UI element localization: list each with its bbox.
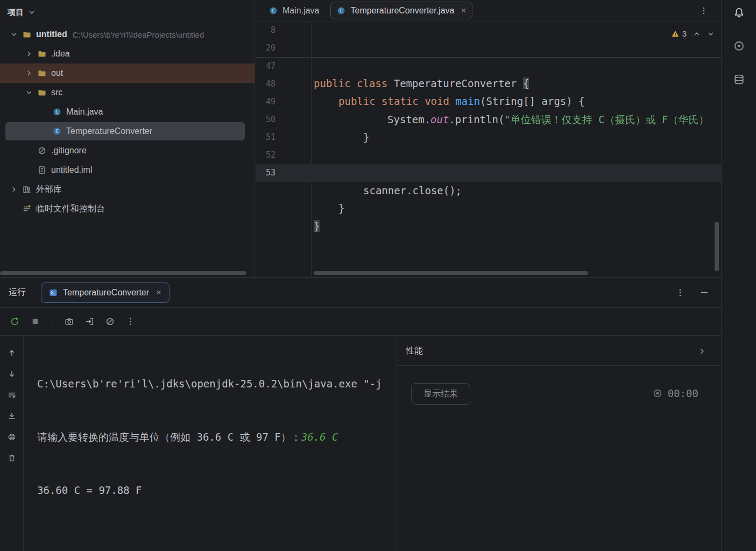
rerun-button[interactable] <box>6 314 23 330</box>
database-button[interactable] <box>731 71 747 87</box>
more-icon <box>126 317 135 326</box>
notifications-button[interactable] <box>731 4 747 20</box>
tab-label: Main.java <box>282 6 319 16</box>
tree-item-label: 临时文件和控制台 <box>36 203 105 215</box>
java-class-icon <box>53 127 61 136</box>
print-button[interactable] <box>4 429 19 444</box>
java-class-icon <box>53 108 61 116</box>
performance-header: 性能 <box>397 337 720 366</box>
project-horizontal-scrollbar[interactable] <box>0 271 246 275</box>
rerun-icon <box>10 317 19 326</box>
hide-panel-icon[interactable] <box>700 288 709 298</box>
run-panel-body: C:\Users\b're'ri'l\.jdks\openjdk-25.0.2\… <box>0 337 721 551</box>
warning-count: 3 <box>682 29 687 38</box>
tree-item-untitled-iml[interactable]: untitled.iml <box>0 160 255 180</box>
tree-item-label: .idea <box>51 49 70 59</box>
code-line-51: 51 scanner.close(); <box>256 129 721 146</box>
tree-item-external-libraries[interactable]: 外部库 <box>0 180 255 199</box>
performance-body: 显示结果 00:00 <box>397 366 720 405</box>
library-icon <box>23 185 31 194</box>
scroll-to-end-button[interactable] <box>4 408 19 423</box>
tree-item-idea-folder[interactable]: .idea <box>0 44 255 63</box>
clear-icon <box>105 317 115 326</box>
tree-item-label: Main.java <box>66 107 103 117</box>
folder-icon <box>38 50 46 58</box>
chevron-right-icon[interactable] <box>10 186 18 193</box>
close-run-tab-icon[interactable]: × <box>156 287 161 298</box>
console-result-line: 36.60 C = 97.88 F <box>37 482 396 499</box>
run-more-icon[interactable] <box>676 288 684 297</box>
chevron-down-icon[interactable] <box>10 31 18 38</box>
ide-window: 项目 untitled C:\Users\b're'ri'l\IdeaProje… <box>0 0 756 551</box>
toolbar-more-button[interactable] <box>122 314 138 330</box>
tab-temperature-converter-java[interactable]: TemperatureConverter.java × <box>330 2 472 19</box>
tree-item-main-java[interactable]: Main.java <box>0 102 255 122</box>
chevron-down-icon[interactable] <box>25 89 33 96</box>
editor-more-icon[interactable] <box>700 6 708 15</box>
next-problem-chevron-down-icon[interactable] <box>707 30 715 38</box>
memory-snapshot-button[interactable] <box>61 314 77 330</box>
folder-icon <box>23 30 31 39</box>
toolbar-separator <box>52 316 52 327</box>
expand-chevron-icon[interactable] <box>698 348 706 355</box>
tree-item-src-folder[interactable]: src <box>0 83 255 102</box>
show-results-button[interactable]: 显示结果 <box>411 383 470 405</box>
tree-item-untitled-root[interactable]: untitled C:\Users\b're'ri'l\IdeaProjects… <box>0 25 255 44</box>
console-prompt-line: 请输入要转换的温度与单位（例如 36.6 C 或 97 F）：36.6 C <box>37 428 396 446</box>
warning-icon <box>671 30 680 38</box>
tab-label: TemperatureConverter.java <box>350 6 454 16</box>
editor-tab-bar: Main.java TemperatureConverter.java × <box>256 0 721 22</box>
project-tree: untitled C:\Users\b're'ri'l\IdeaProjects… <box>0 25 255 218</box>
tree-item-temperature-converter[interactable]: TemperatureConverter <box>0 122 255 141</box>
clear-console-button[interactable] <box>4 450 19 465</box>
arrow-down-icon <box>8 370 16 378</box>
tree-item-label: untitled.iml <box>51 165 92 175</box>
java-class-icon <box>269 6 278 15</box>
scratches-icon <box>23 204 31 213</box>
tree-item-out-folder[interactable]: out <box>0 63 255 83</box>
line-number: 20 <box>256 39 275 57</box>
editor-vertical-scrollbar[interactable] <box>715 222 719 271</box>
chevron-down-icon[interactable] <box>28 9 36 16</box>
folder-icon <box>38 88 46 97</box>
soft-wrap-icon <box>8 391 16 399</box>
console-output[interactable]: C:\Users\b're'ri'l\.jdks\openjdk-25.0.2\… <box>24 337 396 551</box>
editor-horizontal-scrollbar[interactable] <box>314 271 588 275</box>
line-number: 8 <box>256 22 275 39</box>
prev-problem-chevron-up-icon[interactable] <box>693 30 701 38</box>
line-number: 47 <box>256 58 275 75</box>
project-panel-title[interactable]: 项目 <box>8 8 24 18</box>
stop-button[interactable] <box>27 314 43 330</box>
tree-item-scratches[interactable]: 临时文件和控制台 <box>0 199 255 218</box>
soft-wrap-button[interactable] <box>4 387 19 402</box>
close-tab-icon[interactable]: × <box>461 5 466 16</box>
scroll-to-top-button[interactable] <box>4 345 19 361</box>
ignore-icon <box>38 146 46 155</box>
bell-icon <box>733 7 745 18</box>
line-number: 50 <box>256 111 275 129</box>
clear-output-button[interactable] <box>102 314 118 330</box>
code-line-47: 47 System.out.println("单位错误！仅支持 C（摄氏）或 F… <box>256 58 721 75</box>
ai-assistant-button[interactable] <box>731 38 747 54</box>
scroll-to-bottom-button[interactable] <box>4 366 19 382</box>
code-area[interactable]: 8 public class TemperatureConverter { 20… <box>256 22 721 182</box>
arrow-up-icon <box>8 349 16 357</box>
timer: 00:00 <box>653 387 698 399</box>
top-area: 项目 untitled C:\Users\b're'ri'l\IdeaProje… <box>0 0 721 277</box>
performance-title: 性能 <box>406 345 423 357</box>
tree-item-label: src <box>51 88 62 97</box>
timer-value: 00:00 <box>668 387 698 399</box>
run-tab-temperature-converter[interactable]: TemperatureConverter × <box>41 282 169 303</box>
tab-main-java[interactable]: Main.java <box>263 2 325 19</box>
console-user-input: 36.6 C <box>301 431 338 443</box>
console-blank-line <box>37 535 396 551</box>
database-icon <box>733 74 745 85</box>
chevron-right-icon[interactable] <box>25 50 33 58</box>
line-number: 52 <box>256 146 275 164</box>
attach-to-process-button[interactable] <box>81 314 97 330</box>
run-toolbar <box>0 308 721 336</box>
tree-item-label: TemperatureConverter <box>66 126 152 136</box>
tree-item-gitignore[interactable]: .gitignore <box>0 141 255 160</box>
inspections-widget[interactable]: 3 <box>671 29 715 38</box>
chevron-right-icon[interactable] <box>25 69 33 77</box>
